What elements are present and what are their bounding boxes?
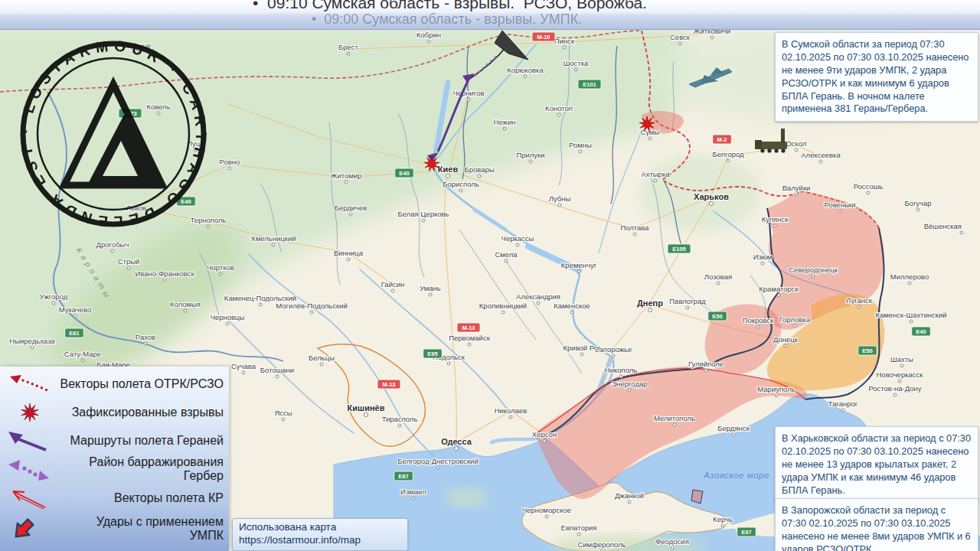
- map-city-label: Корюковка: [507, 66, 544, 74]
- map-city-label: Керчь: [713, 515, 733, 523]
- map-city-label: Днепр: [637, 298, 663, 308]
- map-city-label: Николаев: [495, 406, 528, 415]
- news-ticker-bar: 09:10 Сумская область - взрывы. РСЗО, Во…: [0, 0, 980, 30]
- map-city-label: Шостка: [564, 59, 589, 67]
- map-city-label: Сату-Маре: [64, 350, 101, 358]
- road-badge: Е87: [394, 471, 413, 481]
- road-badge-label: Е50: [712, 313, 722, 320]
- road-badge-label: М-13: [382, 381, 395, 388]
- map-city-label: Ромны: [569, 141, 592, 149]
- road-badge: Е50: [708, 311, 727, 321]
- map-city-label: Мукачево: [59, 305, 92, 314]
- map-city-label: Россошь: [854, 182, 884, 191]
- infobox-kharkiv-summary: В Харьковской области за период с 07:30 …: [775, 426, 978, 503]
- road-badge: М-13: [377, 380, 400, 389]
- map-city-label: Чортков: [207, 263, 234, 272]
- map-city-label: Ахтырка: [641, 170, 670, 178]
- attribution-url: https://lostarmour.info/map: [239, 534, 401, 547]
- map-city-label: Стрый: [118, 257, 140, 266]
- map-city-label: Донецк: [773, 335, 799, 344]
- map-city-label: Белгород: [712, 150, 744, 158]
- map-city-label: Конотоп: [545, 104, 573, 112]
- map-city-label: Энергодар: [611, 380, 647, 388]
- road-badge-label: Е97: [741, 529, 751, 536]
- map-city-label: Шахты: [890, 355, 913, 364]
- map-city-label: Изюм: [753, 253, 773, 261]
- legend-label: Зафиксированные взрывы: [60, 406, 229, 419]
- legend-label: Удары с применением УМПК: [60, 515, 229, 543]
- map-city-label: Кривой Рог: [564, 344, 601, 352]
- map-city-label: Ковель: [146, 103, 170, 111]
- map-city-label: Гуляйполе: [688, 360, 724, 368]
- road-badge: Е105: [668, 244, 691, 253]
- map-city-label: Ныиредьхаза: [9, 337, 55, 345]
- map-city-label: Кропивницкий: [479, 302, 527, 310]
- map-city-label: Джанкой: [615, 491, 644, 500]
- legend-label: Векторы полета ОТРК/РСЗО: [60, 377, 229, 391]
- road-badge-label: Е50: [862, 347, 872, 354]
- map-city-label: Миллерово: [890, 272, 929, 281]
- map-city-label: Могилёв-Подольский: [276, 302, 348, 310]
- map-legend-panel: Векторы полета ОТРК/РСЗО Зафиксированные…: [0, 367, 229, 551]
- map-city-label: Тирасполь: [382, 415, 418, 423]
- map-city-label: Чернигов: [452, 89, 484, 97]
- map-city-label: Винница: [334, 249, 364, 257]
- map-city-label: Хмельницкий: [250, 234, 296, 243]
- map-city-label: Пинск: [554, 37, 575, 45]
- geran-route-icon: [0, 429, 60, 452]
- map-city-label: Херсон: [532, 430, 557, 439]
- map-city-label: Рахов: [136, 333, 155, 341]
- map-city-label: Коломыя: [170, 300, 201, 308]
- map-city-label: Северодонецк: [789, 266, 838, 274]
- map-city-label: Симферополь: [577, 540, 626, 549]
- explosion-icon: [0, 401, 60, 424]
- road-badge-label: Е101: [583, 81, 596, 88]
- map-city-label: Первомайск: [449, 334, 490, 342]
- map-city-label: Яссы: [274, 409, 292, 417]
- road-badge-label: Е81: [69, 330, 79, 337]
- map-city-label: Вёшенская: [924, 222, 962, 230]
- infobox-zaporizhzhia-summary: В Запорожской области за период с 07:30 …: [775, 498, 978, 551]
- map-city-label: Ивано-Франковск: [135, 269, 194, 278]
- map-city-label: Борисполь: [443, 180, 479, 188]
- road-badge-label: М-2: [717, 136, 727, 143]
- map-city-label: Бердянск: [717, 424, 750, 432]
- map-city-label: Ужгород: [40, 292, 68, 301]
- road-badge: Е50: [858, 346, 877, 355]
- map-city-label: Севск: [670, 33, 691, 41]
- map-city-label: Луганск: [846, 296, 873, 305]
- road-badge: М-10: [532, 32, 555, 41]
- legend-label: Район барражирования Гербер: [60, 455, 229, 483]
- map-city-label: Брест: [338, 43, 359, 51]
- map-city-label: Киев: [438, 165, 459, 174]
- map-city-label: Бельцы: [309, 354, 335, 362]
- road-badge-label: М-10: [537, 34, 550, 41]
- map-city-label: Мелитополь: [654, 414, 695, 422]
- legend-row-umpk: Удары с применением УМПК: [0, 516, 229, 542]
- map-city-label: Бердичев: [335, 204, 368, 212]
- map-city-label: Никополь: [605, 366, 637, 374]
- map-city-label: Черновцы: [211, 313, 245, 321]
- map-city-label: Мариуполь: [757, 385, 795, 393]
- map-city-label: Белгород-Днестровский: [397, 457, 478, 465]
- map-city-label: Ростов-на-Дону: [868, 384, 921, 393]
- ticker-event-0910: 09:10 Сумская область - взрывы. РСЗО, Во…: [253, 0, 647, 12]
- map-city-label: Покровск: [743, 316, 775, 324]
- road-badge: М-13: [457, 323, 480, 332]
- cruise-vector-icon: [0, 487, 60, 510]
- map-city-label: Горловка: [779, 315, 811, 324]
- map-city-label: Феодосия: [655, 537, 689, 546]
- legend-row-geran: Маршруты полета Гераней: [0, 428, 229, 454]
- otrk-vector-icon: [0, 373, 60, 396]
- map-city-label: Житомир: [331, 171, 362, 180]
- map-city-label: Белая Церковь: [398, 210, 449, 218]
- map-city-label: Ровно: [220, 158, 240, 166]
- ticker-event-0900: 09:00 Сумская область - взрывы. УМПК.: [312, 11, 582, 28]
- map-city-label: Прилуки: [516, 151, 544, 159]
- map-city-label: Гайсин: [381, 280, 405, 289]
- road-badge-label: Е40: [181, 198, 191, 205]
- road-badge-label: Е95: [427, 350, 437, 357]
- map-city-label: Смела: [495, 250, 518, 259]
- map-city-label: Нежин: [494, 118, 516, 126]
- map-city-label: Ботошани: [260, 366, 294, 374]
